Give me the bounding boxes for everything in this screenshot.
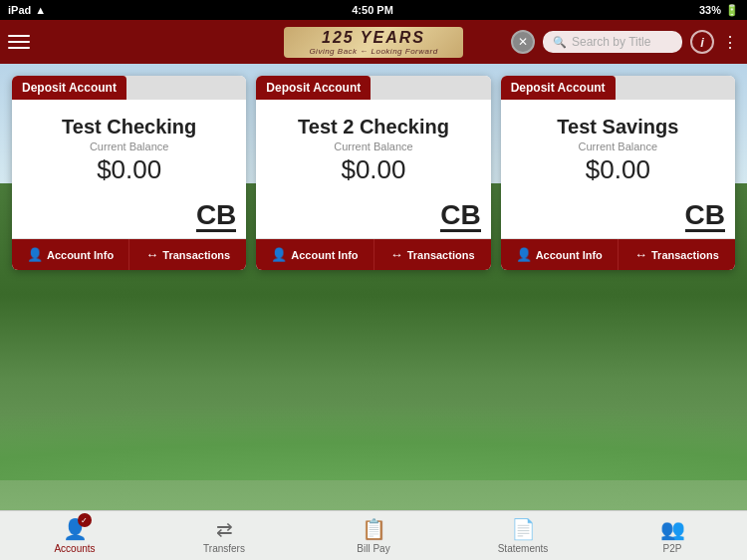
account-name-1: Test 2 Checking: [268, 116, 478, 139]
account-info-icon-1: 👤: [271, 247, 287, 262]
card-cb-1: CB: [440, 201, 480, 232]
info-icon: i: [700, 35, 704, 50]
battery-icon: 🔋: [725, 4, 739, 17]
tab-accounts-label: Accounts: [54, 543, 95, 554]
account-name-0: Test Checking: [24, 116, 234, 139]
logo-tagline: Giving Back ← Looking Forward: [300, 47, 447, 56]
account-info-label-2: Account Info: [536, 249, 603, 261]
card-actions-2: 👤 Account Info ↔ Transactions: [501, 238, 735, 270]
card-body-1: Test 2 Checking Current Balance $0.00: [256, 100, 490, 201]
transactions-icon-0: ↔: [145, 247, 158, 262]
balance-label-2: Current Balance: [513, 140, 723, 152]
battery-label: 33%: [699, 4, 721, 16]
card-actions-0: 👤 Account Info ↔ Transactions: [12, 238, 246, 270]
billpay-icon: 📋: [362, 517, 386, 541]
transactions-button-1[interactable]: ↔ Transactions: [374, 239, 491, 270]
accounts-badge: ✓: [78, 513, 92, 527]
tab-p2p-label: P2P: [663, 543, 682, 554]
search-bar[interactable]: 🔍 Search by Title: [543, 31, 682, 53]
balance-label-0: Current Balance: [24, 140, 234, 152]
carrier-label: iPad: [8, 4, 31, 16]
card-cb-wrap-1: CB: [256, 201, 490, 238]
dots-icon: ⋮: [722, 34, 739, 51]
balance-2: $0.00: [513, 154, 723, 185]
logo-inner: 125 YEARS Giving Back ← Looking Forward: [284, 27, 463, 58]
card-cb-0: CB: [196, 201, 236, 232]
card-header-wrap-0: Deposit Account: [12, 76, 246, 100]
account-info-icon-2: 👤: [516, 247, 532, 262]
tab-statements-label: Statements: [498, 543, 549, 554]
main-content: Deposit Account Test Checking Current Ba…: [0, 64, 747, 510]
hamburger-line-3: [8, 47, 30, 49]
search-placeholder: Search by Title: [572, 35, 650, 49]
transactions-label-2: Transactions: [651, 249, 719, 261]
transactions-icon-1: ↔: [390, 247, 403, 262]
header-right: ✕ 🔍 Search by Title i ⋮: [511, 30, 739, 54]
balance-1: $0.00: [268, 154, 478, 185]
header: 125 YEARS Giving Back ← Looking Forward …: [0, 20, 747, 64]
account-info-button-1[interactable]: 👤 Account Info: [256, 239, 374, 270]
transactions-button-0[interactable]: ↔ Transactions: [129, 239, 246, 270]
status-left: iPad ▲: [8, 4, 46, 16]
card-cb-wrap-2: CB: [501, 201, 735, 238]
account-info-button-2[interactable]: 👤 Account Info: [501, 239, 619, 270]
card-header-wrap-2: Deposit Account: [501, 76, 735, 100]
card-type-0: Deposit Account: [12, 76, 126, 100]
status-time: 4:50 PM: [352, 4, 393, 16]
account-info-label-0: Account Info: [47, 249, 114, 261]
account-name-2: Test Savings: [513, 116, 723, 139]
p2p-icon: 👥: [660, 517, 685, 541]
transactions-label-0: Transactions: [162, 249, 230, 261]
more-button[interactable]: ⋮: [722, 33, 739, 52]
close-icon: ✕: [518, 35, 528, 49]
balance-0: $0.00: [24, 154, 234, 185]
wifi-icon: ▲: [35, 4, 46, 16]
account-info-icon-0: 👤: [27, 247, 43, 262]
tab-billpay[interactable]: 📋 Bill Pay: [299, 511, 448, 560]
status-bar: iPad ▲ 4:50 PM 33% 🔋: [0, 0, 747, 20]
card-actions-1: 👤 Account Info ↔ Transactions: [256, 238, 490, 270]
info-button[interactable]: i: [690, 30, 714, 54]
card-body-2: Test Savings Current Balance $0.00: [501, 100, 735, 201]
tab-accounts-icon-wrap: 👤 ✓: [63, 517, 88, 541]
transactions-icon-2: ↔: [634, 247, 647, 262]
transfers-icon: ⇄: [216, 517, 233, 541]
statements-icon: 📄: [511, 517, 536, 541]
account-info-button-0[interactable]: 👤 Account Info: [12, 239, 129, 270]
balance-label-1: Current Balance: [268, 140, 478, 152]
logo-years: 125 YEARS: [300, 29, 447, 47]
card-type-1: Deposit Account: [256, 76, 371, 100]
hamburger-line-2: [8, 41, 30, 43]
tab-statements[interactable]: 📄 Statements: [448, 511, 598, 560]
status-right: 33% 🔋: [699, 4, 739, 17]
transactions-button-2[interactable]: ↔ Transactions: [619, 239, 735, 270]
account-card-0: Deposit Account Test Checking Current Ba…: [12, 76, 246, 270]
search-icon: 🔍: [553, 36, 567, 49]
card-body-0: Test Checking Current Balance $0.00: [12, 100, 246, 201]
hamburger-line-1: [8, 35, 30, 37]
account-card-2: Deposit Account Test Savings Current Bal…: [501, 76, 735, 270]
tab-transfers[interactable]: ⇄ Transfers: [149, 511, 299, 560]
transactions-label-1: Transactions: [407, 249, 475, 261]
card-type-2: Deposit Account: [501, 76, 616, 100]
tab-bar: 👤 ✓ Accounts ⇄ Transfers 📋 Bill Pay 📄 St…: [0, 510, 747, 560]
card-cb-2: CB: [685, 201, 725, 232]
tab-transfers-label: Transfers: [203, 543, 245, 554]
tab-billpay-label: Bill Pay: [357, 543, 389, 554]
header-logo: 125 YEARS Giving Back ← Looking Forward: [284, 27, 463, 58]
menu-button[interactable]: [8, 26, 40, 58]
close-button[interactable]: ✕: [511, 30, 535, 54]
tab-accounts[interactable]: 👤 ✓ Accounts: [0, 511, 149, 560]
card-header-wrap-1: Deposit Account: [256, 76, 490, 100]
account-info-label-1: Account Info: [291, 249, 358, 261]
account-card-1: Deposit Account Test 2 Checking Current …: [256, 76, 490, 270]
card-cb-wrap-0: CB: [12, 201, 246, 238]
tab-p2p[interactable]: 👥 P2P: [598, 511, 747, 560]
